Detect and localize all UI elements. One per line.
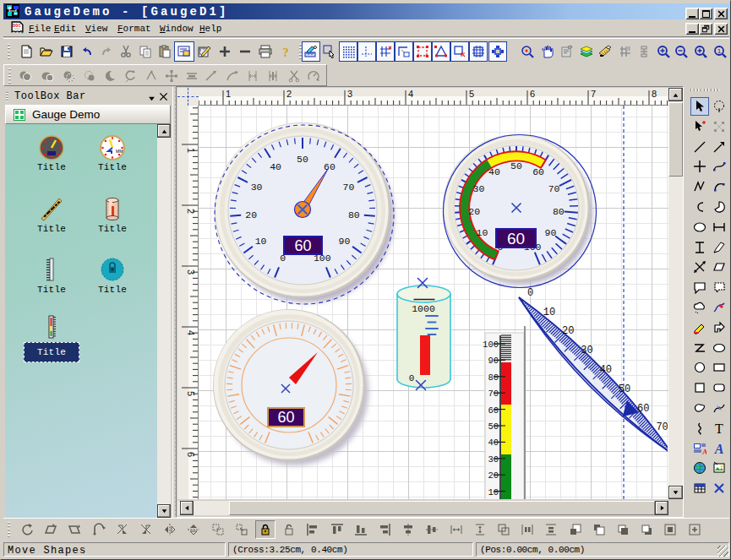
svg-text:4: 4 xyxy=(186,330,196,335)
svg-text:A: A xyxy=(702,448,706,455)
svg-text:60: 60 xyxy=(507,230,525,247)
svg-text:3: 3 xyxy=(347,89,352,99)
svg-text:A: A xyxy=(714,442,724,455)
svg-text:1: 1 xyxy=(226,89,231,99)
svg-text:20: 20 xyxy=(488,470,499,481)
svg-text:1: 1 xyxy=(186,148,196,153)
svg-text:30: 30 xyxy=(251,182,263,193)
svg-text:4: 4 xyxy=(408,89,413,99)
svg-text:50: 50 xyxy=(510,160,522,171)
svg-text:1: 1 xyxy=(717,47,722,55)
svg-text:40: 40 xyxy=(488,438,499,448)
svg-text:60: 60 xyxy=(324,161,335,172)
svg-text:1000: 1000 xyxy=(412,303,435,314)
svg-text:5: 5 xyxy=(186,391,196,396)
svg-text:0: 0 xyxy=(527,287,533,299)
svg-text:20: 20 xyxy=(468,206,480,217)
svg-text:40: 40 xyxy=(270,161,281,172)
svg-text:10: 10 xyxy=(543,307,555,318)
svg-text:2: 2 xyxy=(186,209,196,214)
svg-text:8: 8 xyxy=(652,89,657,99)
svg-text:T: T xyxy=(715,421,723,435)
svg-text:90: 90 xyxy=(338,236,350,247)
svg-text:40: 40 xyxy=(599,364,611,376)
svg-text:30: 30 xyxy=(581,345,592,356)
svg-text:5: 5 xyxy=(469,89,474,99)
svg-text:7: 7 xyxy=(591,89,596,99)
svg-text:90: 90 xyxy=(488,356,499,366)
svg-text:30: 30 xyxy=(472,183,484,194)
svg-text:60: 60 xyxy=(277,409,294,426)
svg-text:10: 10 xyxy=(488,487,499,497)
svg-text:DOC: DOC xyxy=(13,24,21,29)
svg-text:20: 20 xyxy=(245,209,257,220)
svg-text:40: 40 xyxy=(488,166,500,177)
svg-text:6: 6 xyxy=(530,89,535,99)
svg-text:80: 80 xyxy=(488,372,499,383)
svg-text:3: 3 xyxy=(186,269,196,275)
svg-text:6: 6 xyxy=(186,452,196,457)
svg-text:70: 70 xyxy=(548,183,560,194)
svg-text:50: 50 xyxy=(297,154,308,165)
svg-text:20: 20 xyxy=(562,325,574,337)
svg-text:MM: MM xyxy=(116,149,123,154)
svg-text:60: 60 xyxy=(637,403,649,415)
svg-text:2: 2 xyxy=(286,89,292,99)
svg-text:80: 80 xyxy=(348,209,360,220)
svg-text:80: 80 xyxy=(553,206,565,217)
svg-text:50: 50 xyxy=(488,421,499,432)
svg-text:70: 70 xyxy=(488,389,499,399)
svg-text:60: 60 xyxy=(294,237,311,254)
svg-text:60: 60 xyxy=(488,405,499,416)
svg-text:10: 10 xyxy=(477,227,488,238)
svg-text:70: 70 xyxy=(342,182,354,193)
svg-text:60: 60 xyxy=(532,166,544,177)
svg-text:30: 30 xyxy=(488,454,499,465)
svg-text:100: 100 xyxy=(483,340,499,350)
svg-text:70: 70 xyxy=(656,421,668,433)
svg-text:?: ? xyxy=(282,46,289,58)
svg-text:90: 90 xyxy=(545,227,557,238)
svg-text:10: 10 xyxy=(255,236,267,247)
svg-text:50: 50 xyxy=(619,383,630,395)
svg-text:0: 0 xyxy=(409,373,415,383)
